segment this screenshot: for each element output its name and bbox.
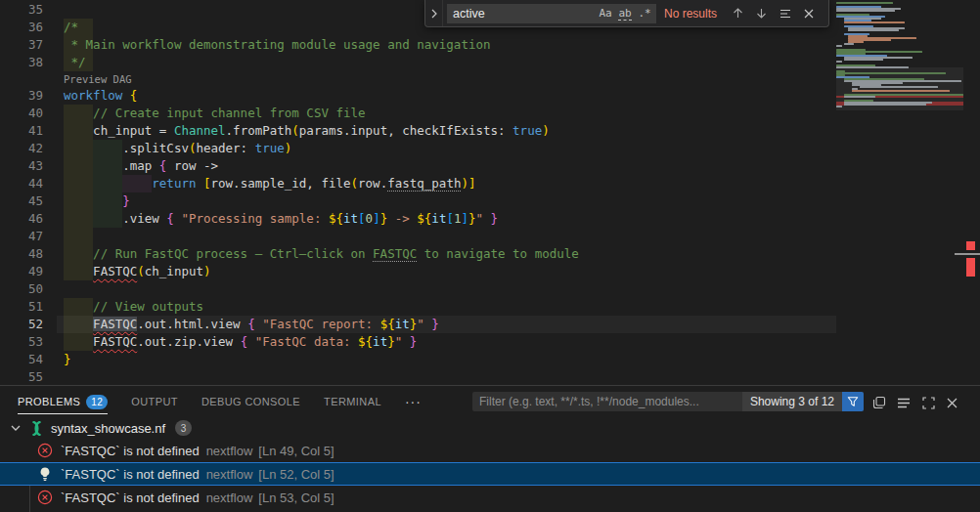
next-match-button[interactable] xyxy=(751,3,772,23)
line-number[interactable]: 38 xyxy=(0,54,43,71)
code-line-39[interactable]: 39workflow { xyxy=(0,87,836,105)
code-line-51[interactable]: 51 // View outputs xyxy=(0,298,836,316)
code-line-50[interactable]: 50 xyxy=(0,280,836,298)
code-line-54[interactable]: 54} xyxy=(0,351,836,368)
find-in-selection-button[interactable] xyxy=(775,3,795,23)
code-line-38[interactable]: 38 */ xyxy=(0,54,836,71)
filter-placeholder: Filter (e.g. text, **/*.ts, !**/node_mod… xyxy=(472,395,742,408)
code-area[interactable]: 3536/*37 * Main workflow demonstrating m… xyxy=(0,1,836,385)
codelens-row: Preview DAG xyxy=(0,71,836,87)
code-token: } xyxy=(122,193,130,208)
filter-funnel-button[interactable] xyxy=(842,392,864,411)
line-number[interactable]: 55 xyxy=(0,368,43,385)
line-number[interactable]: 45 xyxy=(0,192,43,210)
code-token: .out.html.view xyxy=(137,317,247,331)
line-number[interactable]: 44 xyxy=(0,175,43,192)
problem-row[interactable]: `FASTQC` is not definednextflow[Ln 53, C… xyxy=(0,486,980,509)
vscode-editor-window: 3536/*37 * Main workflow demonstrating m… xyxy=(0,0,980,512)
code-token: it xyxy=(431,211,446,226)
line-number[interactable]: 39 xyxy=(0,87,43,105)
code-line-55[interactable]: 55 xyxy=(0,368,836,385)
line-number[interactable]: 37 xyxy=(0,36,43,54)
minimap[interactable] xyxy=(836,0,963,385)
line-number[interactable]: 46 xyxy=(0,210,43,228)
code-line-40[interactable]: 40 // Create input channel from CSV file xyxy=(0,105,836,122)
error-token: FASTQC xyxy=(93,264,137,278)
code-line-43[interactable]: 43 .map { row -> xyxy=(0,157,836,175)
code-token: row -> xyxy=(166,158,218,173)
code-token: row.sample_id, file xyxy=(211,176,351,191)
line-number[interactable]: 54 xyxy=(0,351,43,368)
code-line-46[interactable]: 46 .view { "Processing sample: ${it[0]} … xyxy=(0,210,836,228)
line-number[interactable]: 36 xyxy=(0,19,43,36)
code-line-41[interactable]: 41 ch_input = Channel.fromPath(params.in… xyxy=(0,122,836,140)
code-token: { xyxy=(247,317,255,331)
collapse-all-button[interactable] xyxy=(869,392,890,413)
minimap-code-row xyxy=(844,96,875,98)
overview-ruler-scrollbar[interactable] xyxy=(963,0,980,385)
toggle-replace-button[interactable] xyxy=(425,0,443,26)
line-number[interactable]: 41 xyxy=(0,122,43,140)
code-token: [ xyxy=(446,211,454,226)
minimap-code-row xyxy=(860,86,938,88)
close-find-button[interactable] xyxy=(798,3,819,23)
panel-tab-terminal[interactable]: TERMINAL xyxy=(324,386,381,417)
whole-word-toggle[interactable]: ab xyxy=(615,5,635,22)
code-line-47[interactable]: 47 xyxy=(0,228,836,245)
code-line-45[interactable]: 45 } xyxy=(0,192,836,210)
panel-tab-problems[interactable]: PROBLEMS12 xyxy=(18,386,108,417)
more-panel-actions-button[interactable]: ··· xyxy=(405,394,422,409)
find-input[interactable]: active Aa ab .* xyxy=(447,4,656,23)
line-number[interactable]: 47 xyxy=(0,228,43,245)
match-case-toggle[interactable]: Aa xyxy=(596,5,615,22)
line-content: // View outputs xyxy=(64,298,203,316)
code-editor[interactable]: 3536/*37 * Main workflow demonstrating m… xyxy=(0,0,980,385)
code-line-42[interactable]: 42 .splitCsv(header: true) xyxy=(0,140,836,157)
panel-tab-output[interactable]: OUTPUT xyxy=(131,386,178,417)
preview-dag-codelens[interactable]: Preview DAG xyxy=(64,71,132,87)
line-number[interactable]: 51 xyxy=(0,298,43,316)
view-as-table-button[interactable] xyxy=(893,392,914,413)
problem-row[interactable]: `FASTQC` is not definednextflow[Ln 49, C… xyxy=(0,439,980,462)
regex-toggle[interactable]: .* xyxy=(635,5,654,22)
code-line-37[interactable]: 37 * Main workflow demonstrating module … xyxy=(0,36,836,54)
code-line-44[interactable]: 44 return [row.sample_id, file(row.fastq… xyxy=(0,175,836,192)
problems-filter-input[interactable]: Filter (e.g. text, **/*.ts, !**/node_mod… xyxy=(472,392,864,411)
find-query-text[interactable]: active xyxy=(453,7,596,21)
maximize-panel-button[interactable] xyxy=(917,392,939,413)
code-token: row. xyxy=(358,176,387,191)
line-number[interactable]: 35 xyxy=(0,1,43,19)
code-line-49[interactable]: 49 FASTQC(ch_input) xyxy=(0,263,836,280)
list-lines-icon xyxy=(897,398,911,408)
code-token: -> xyxy=(387,211,417,226)
panel-tab-debug-console[interactable]: DEBUG CONSOLE xyxy=(201,386,300,417)
code-line-53[interactable]: 53 FASTQC.out.zip.view { "FastQC data: $… xyxy=(0,333,836,351)
problems-file-row[interactable]: syntax_showcase.nf 3 xyxy=(0,417,980,439)
problem-row-selected[interactable]: `FASTQC` is not definednextflow[Ln 52, C… xyxy=(0,462,980,486)
problem-location: [Ln 49, Col 5] xyxy=(258,444,334,458)
line-number[interactable]: 52 xyxy=(0,316,43,333)
problems-count-badge: 12 xyxy=(86,395,108,409)
close-panel-button[interactable] xyxy=(941,392,962,413)
line-number[interactable]: 48 xyxy=(0,245,43,263)
ruler-error-mark xyxy=(966,258,975,277)
code-token: .fromPath xyxy=(226,123,292,138)
code-line-52[interactable]: 52 FASTQC.out.html.view { "FastQC report… xyxy=(0,316,836,333)
line-number[interactable]: 49 xyxy=(0,263,43,280)
line-number[interactable]: 43 xyxy=(0,157,43,175)
code-token: { xyxy=(130,88,138,103)
minimap-code-row xyxy=(836,10,895,12)
code-token: FASTQC xyxy=(373,246,417,261)
code-token: true xyxy=(255,141,285,155)
code-token: header: xyxy=(196,141,254,155)
chevron-down-icon xyxy=(10,422,22,434)
line-number[interactable]: 42 xyxy=(0,140,43,157)
code-token: "FastQC data: xyxy=(255,334,358,349)
line-number[interactable]: 50 xyxy=(0,280,43,298)
line-number[interactable]: 53 xyxy=(0,333,43,351)
minimap-code-row xyxy=(836,2,893,4)
line-number[interactable]: 40 xyxy=(0,105,43,122)
previous-match-button[interactable] xyxy=(728,3,748,23)
line-content: FASTQC(ch_input) xyxy=(64,263,211,280)
code-line-48[interactable]: 48 // Run FastQC process – Ctrl–click on… xyxy=(0,245,836,263)
